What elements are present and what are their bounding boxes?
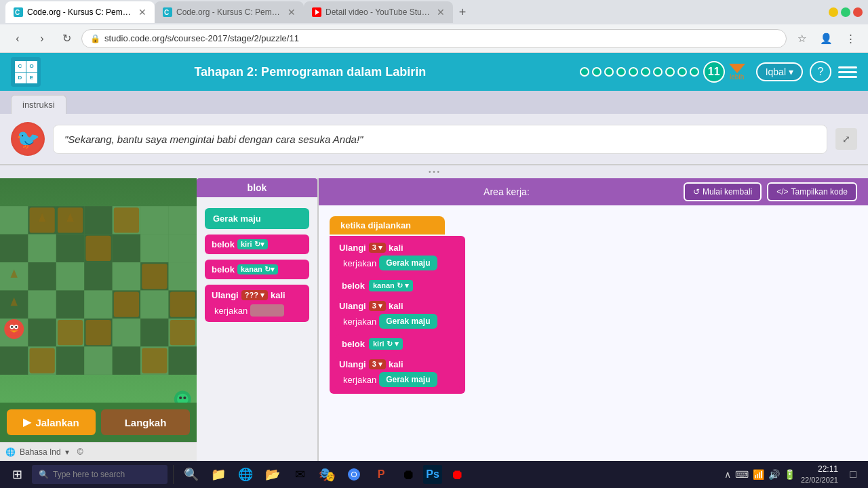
kerjakan-3-row: kerjakan Gerak maju [343,372,456,387]
dot-6 [641,67,650,77]
gerak-3-block[interactable]: Gerak maju [379,372,437,387]
menu-button[interactable] [838,62,857,81]
dot-10 [690,67,699,77]
logo-o: O [26,61,37,72]
mulai-kembali-button[interactable]: ↺ Mulai kembali [684,182,762,201]
clock[interactable]: 22:11 22/02/2021 [801,464,838,485]
clock-time: 22:11 [801,464,838,475]
separator-dots: • • • [0,165,868,178]
taskbar-photoshop[interactable]: Ps [423,465,442,484]
maximize-button[interactable] [841,7,850,17]
tab-1[interactable]: C Code.org - Kursus C: Pemrogram... ✕ [5,1,155,23]
user-button[interactable]: Iqbal ▾ [756,62,803,81]
svg-rect-12 [140,206,168,234]
address-text: studio.code.org/s/coursec-2017/stage/2/p… [104,33,299,43]
belok-kiri-block[interactable]: belok kiri ↻▾ [205,235,309,254]
taskbar-search[interactable]: 🔍 Type here to search [32,465,167,484]
minimize-button[interactable] [829,7,838,17]
bookmark-icon[interactable]: ☆ [792,29,811,48]
forward-button[interactable]: › [33,29,52,48]
taskbar-app-1[interactable]: 🎭 [315,462,339,487]
tray-caret-icon[interactable]: ∧ [724,469,731,480]
svg-text:C: C [164,9,169,16]
code-org-logo[interactable]: C O D E [11,57,41,87]
clock-date: 22/02/2021 [801,475,838,485]
logo-c: C [15,61,26,72]
svg-point-71 [15,326,17,328]
ulangi-2-block[interactable]: Ulangi 3 ▾ kali kerjakan Gerak maju [335,298,460,331]
dot-1 [580,67,589,77]
profile-icon[interactable]: 👤 [816,29,835,48]
svg-rect-45 [84,346,112,374]
taskbar-record-2[interactable]: ⏺ [445,462,469,487]
lebih-button[interactable]: lebih [729,64,745,81]
taskbar-folder[interactable]: 📂 [260,462,285,487]
kerjakan-slot [250,304,284,317]
svg-rect-55 [170,292,195,317]
tab-3-close[interactable]: ✕ [437,7,445,18]
extensions-icon[interactable]: ⋮ [841,29,860,48]
taskbar-search-app[interactable]: 🔍 [179,462,203,487]
svg-rect-40 [140,319,168,346]
tab-3[interactable]: Detail video - YouTube Studio ✕ [304,1,453,23]
svg-rect-57 [85,320,111,345]
taskbar-chrome[interactable] [342,462,366,487]
svg-rect-36 [28,319,56,346]
refresh-button[interactable]: ↻ [57,29,76,48]
taskbar-edge[interactable]: 🌐 [233,462,258,487]
kerjakan-2-row: kerjakan Gerak maju [343,314,456,329]
address-bar-input[interactable]: 🔒 studio.code.org/s/coursec-2017/stage/2… [81,29,787,48]
gerak-maju-block[interactable]: Gerak maju [205,208,309,229]
svg-point-74 [179,396,182,399]
angry-bird-avatar: 🐦 [11,122,45,156]
kanan-code-dir: kanan ↻ ▾ [369,280,413,291]
gerak-2-block[interactable]: Gerak maju [379,314,437,329]
new-tab-button[interactable]: + [453,3,472,22]
langkah-button[interactable]: Langkah [101,409,190,435]
expand-button[interactable]: ⤢ [835,128,857,150]
lebih-label: lebih [730,73,744,81]
belok-kanan-block[interactable]: belok kanan ↻▾ [205,260,309,279]
notification-button[interactable]: □ [844,465,863,484]
game-controls: ▶ Jalankan Langkah [0,403,197,442]
taskbar-file-explorer[interactable]: 📁 [206,462,231,487]
help-button[interactable]: ? [810,61,831,83]
svg-rect-54 [114,292,139,317]
taskbar-mail[interactable]: ✉ [288,462,312,487]
kanan-dir-badge: kanan ↻▾ [237,264,278,274]
back-button[interactable]: ‹ [8,29,27,48]
kerjakan-2-label: kerjakan [343,317,376,327]
tab-2-favicon: C [163,7,172,17]
tray-network-icon[interactable]: 📶 [753,469,764,480]
tampilkan-kode-button[interactable]: </> Tampilkan kode [767,182,857,201]
language-chevron-icon[interactable]: ▾ [65,447,69,457]
tab-1-close[interactable]: ✕ [138,7,146,18]
start-button[interactable]: ⊞ [5,461,29,488]
taskbar-powerpoint[interactable]: P [369,462,393,487]
tab-2-close[interactable]: ✕ [288,7,296,18]
svg-rect-14 [0,235,28,262]
ketika-dijalankan-block[interactable]: ketika dijalankan [330,216,445,235]
user-chevron-icon: ▾ [789,66,793,77]
gerak-1-block[interactable]: Gerak maju [379,256,437,270]
ulangi-block[interactable]: Ulangi ??? ▾ kali kerjakan [205,285,309,322]
svg-rect-27 [169,262,197,290]
instruction-panel: 🐦 "Sekarang, bantu saya mengintai babi d… [0,114,868,165]
tray-battery-icon: 🔋 [784,469,795,480]
taskbar-record-1[interactable]: ⏺ [396,462,420,487]
jalankan-button[interactable]: ▶ Jalankan [7,409,96,435]
code-icon: </> [776,187,788,197]
svg-point-70 [11,326,13,328]
tray-volume-icon[interactable]: 🔊 [768,469,780,480]
close-button[interactable] [853,7,863,17]
svg-point-66 [7,322,21,336]
ulangi-1-block[interactable]: Ulangi 3 ▾ kali kerjakan Gerak maju [335,240,460,273]
gerak-maju-label: Gerak maju [213,214,261,224]
svg-rect-22 [28,262,56,290]
globe-icon: 🌐 [5,447,16,457]
ulangi-3-block[interactable]: Ulangi 3 ▾ kali kerjakan Gerak maju [335,357,460,390]
belok-kanan-code-block[interactable]: belok kanan ↻ ▾ [335,276,460,296]
tab-2[interactable]: C Code.org - Kursus C: Pemrogram... ✕ [155,1,304,23]
belok-kiri-code-block[interactable]: belok kiri ↻ ▾ [335,334,460,354]
instruction-tab[interactable]: instruksi [11,95,66,114]
